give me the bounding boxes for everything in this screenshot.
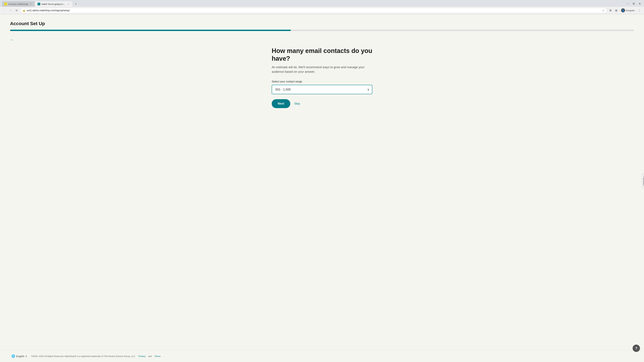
progress-bar-container (10, 30, 634, 31)
skip-link[interactable]: Skip (294, 102, 300, 105)
privacy-link[interactable]: Privacy (138, 355, 146, 358)
contact-range-select[interactable]: 0 - 500 501 - 1,500 1,501 - 2,500 2,501 … (272, 85, 372, 94)
footer-period: . (163, 355, 164, 358)
language-chevron-icon: ∨ (25, 355, 27, 358)
footer-and: and (148, 355, 152, 358)
forward-nav-button[interactable]: → (8, 8, 13, 13)
back-nav-button[interactable]: ← (2, 8, 7, 13)
language-label: English (16, 355, 24, 358)
tab2-close-button[interactable]: × (67, 3, 70, 5)
feedback-tab[interactable]: Feedback (642, 174, 644, 188)
tab2-label: Hello! You're going to love it he... (42, 3, 66, 5)
bookmark-icon[interactable]: ☆ (602, 9, 604, 12)
contact-range-label: Select your contact range (272, 80, 372, 83)
nav-actions: ⚙ ⊞ 👤 Incognito ⋮ (608, 8, 642, 13)
footer-copyright: ©2001–2023 All Rights Reserved. Mailchim… (31, 355, 136, 358)
address-bar[interactable]: 🔒 us21.admin.mailchimp.com/signup/setup/… (20, 8, 607, 13)
tab1-favicon: ✦ (4, 3, 7, 5)
form-container: How many email contacts do you have? An … (272, 47, 372, 108)
title-bar: ✦ Success | Mailchimp × ✦ Hello! You're … (0, 0, 644, 7)
terms-link[interactable]: Terms (155, 355, 160, 358)
incognito-icon: 👤 (621, 8, 625, 12)
url-text: us21.admin.mailchimp.com/signup/setup/ (27, 9, 601, 12)
incognito-label: Incognito (626, 9, 634, 12)
window-controls: − ⧉ ✕ (625, 1, 642, 6)
tab-success-mailchimp[interactable]: ✦ Success | Mailchimp × (2, 1, 34, 7)
navigation-bar: ← → ↻ 🔒 us21.admin.mailchimp.com/signup/… (0, 7, 644, 14)
menu-button[interactable]: ⋮ (637, 8, 642, 13)
extensions-button[interactable]: ⚙ (608, 8, 613, 13)
back-arrow-icon: ← (10, 38, 14, 42)
window-restore-button[interactable]: ⧉ (631, 1, 636, 6)
progress-bar-fill (10, 30, 291, 31)
help-icon: ? (635, 347, 637, 350)
actions-row: Next Skip (272, 99, 372, 108)
new-tab-button[interactable]: + (74, 2, 78, 6)
page-footer: 🌐 English ∨ ©2001–2023 All Rights Reserv… (0, 350, 644, 362)
lock-icon: 🔒 (23, 9, 25, 12)
incognito-button[interactable]: 👤 Incognito (619, 8, 636, 13)
back-button[interactable]: ← (10, 38, 14, 42)
help-button[interactable]: ? (632, 345, 640, 352)
next-button[interactable]: Next (272, 99, 290, 108)
select-wrapper: 0 - 500 501 - 1,500 1,501 - 2,500 2,501 … (272, 85, 372, 94)
page-title: Account Set Up (10, 21, 634, 26)
globe-icon: 🌐 (12, 354, 15, 358)
question-title: How many email contacts do you have? (272, 47, 372, 62)
browser-chrome: ✦ Success | Mailchimp × ✦ Hello! You're … (0, 0, 644, 14)
tab1-label: Success | Mailchimp (8, 3, 28, 5)
language-selector[interactable]: 🌐 English ∨ (10, 354, 28, 359)
window-minimize-button[interactable]: − (625, 1, 630, 6)
window-close-button[interactable]: ✕ (637, 1, 642, 6)
page-content: Account Set Up ← How many email contacts… (0, 14, 644, 350)
bookmark-list-button[interactable]: ⊞ (614, 8, 619, 13)
tab-hello-mailchimp[interactable]: ✦ Hello! You're going to love it he... × (35, 1, 72, 7)
tab1-close-button[interactable]: × (30, 3, 32, 5)
tab2-favicon: ✦ (38, 3, 40, 5)
question-subtitle: An estimate will do. We'll recommend way… (272, 65, 372, 74)
reload-button[interactable]: ↻ (14, 8, 19, 13)
feedback-label: Feedback (643, 176, 644, 186)
